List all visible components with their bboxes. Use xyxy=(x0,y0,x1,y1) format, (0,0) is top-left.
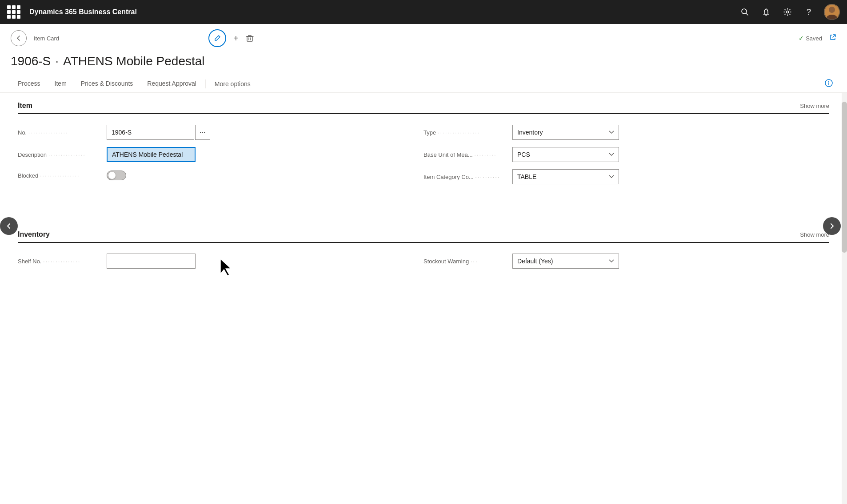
no-input-group: ··· xyxy=(107,125,210,140)
no-field-row: No. ················ ··· xyxy=(18,121,424,143)
no-label: No. ················ xyxy=(18,129,107,136)
blocked-toggle[interactable] xyxy=(107,171,126,180)
blocked-field-row: Blocked ················ xyxy=(18,166,424,185)
search-icon[interactable] xyxy=(739,6,751,18)
inventory-section: Inventory Show more Shelf No. ··········… xyxy=(0,222,847,279)
shelf-no-input[interactable] xyxy=(107,254,196,269)
item-form-left: No. ················ ··· Description ···… xyxy=(18,121,424,188)
inventory-show-more[interactable]: Show more xyxy=(800,231,829,238)
description-label: Description ··············· xyxy=(18,151,107,158)
item-form-right: Type ················· Inventory Non-Inv… xyxy=(424,121,829,188)
page-header: Item Card + ✓ Saved xyxy=(0,24,847,93)
shelf-no-label: Shelf No. ··············· xyxy=(18,258,107,265)
delete-button[interactable] xyxy=(246,34,254,42)
checkmark-icon: ✓ xyxy=(799,35,804,42)
breadcrumb-row: Item Card + ✓ Saved xyxy=(11,29,836,47)
main-container: Item Card + ✓ Saved xyxy=(0,24,847,504)
tab-item[interactable]: Item xyxy=(48,75,74,92)
stockout-warning-field-row: Stockout Warning ··· Default (Yes) Yes N… xyxy=(424,250,829,272)
tab-prices-discounts[interactable]: Prices & Discounts xyxy=(74,75,140,92)
inventory-form-grid: Shelf No. ··············· Stockout Warni… xyxy=(18,243,829,279)
tab-process[interactable]: Process xyxy=(11,75,48,92)
inventory-section-header: Inventory Show more xyxy=(18,222,829,243)
svg-point-11 xyxy=(828,81,829,82)
stockout-warning-select[interactable]: Default (Yes) Yes No xyxy=(512,254,619,269)
base-uom-select[interactable]: PCS xyxy=(512,147,619,162)
svg-point-2 xyxy=(787,11,789,13)
saved-indicator: ✓ Saved xyxy=(799,35,822,42)
edit-button[interactable] xyxy=(208,29,226,47)
svg-point-4 xyxy=(827,15,837,20)
base-uom-label: Base Unit of Mea... ········· xyxy=(424,151,512,158)
content-area: Item Show more No. ················ ··· xyxy=(0,93,847,504)
nav-tabs: Process Item Prices & Discounts Request … xyxy=(11,75,836,92)
item-category-select[interactable]: TABLE xyxy=(512,169,619,184)
no-input[interactable] xyxy=(107,125,194,140)
info-icon[interactable] xyxy=(821,79,836,89)
nav-prev-button[interactable] xyxy=(0,217,18,235)
topnav-icons: ? xyxy=(739,4,840,20)
tab-more-options[interactable]: More options xyxy=(208,76,258,92)
description-input[interactable] xyxy=(107,147,196,162)
description-field-row: Description ··············· xyxy=(18,143,424,166)
type-select[interactable]: Inventory Non-Inventory Service xyxy=(512,125,619,140)
nav-next-button[interactable] xyxy=(823,217,841,235)
add-button[interactable]: + xyxy=(233,33,239,44)
inventory-section-title: Inventory xyxy=(18,230,50,238)
svg-point-3 xyxy=(829,7,835,13)
app-title: Dynamics 365 Business Central xyxy=(29,8,733,16)
item-form-grid: No. ················ ··· Description ···… xyxy=(18,114,829,195)
base-uom-field-row: Base Unit of Mea... ········· PCS xyxy=(424,143,829,166)
inventory-form-right: Stockout Warning ··· Default (Yes) Yes N… xyxy=(424,250,829,272)
item-section-title: Item xyxy=(18,102,32,110)
back-button[interactable] xyxy=(11,30,27,46)
svg-rect-6 xyxy=(247,36,252,41)
user-avatar[interactable] xyxy=(824,4,840,20)
tab-divider xyxy=(205,79,206,88)
shelf-no-field-row: Shelf No. ··············· xyxy=(18,250,424,272)
type-field-row: Type ················· Inventory Non-Inv… xyxy=(424,121,829,143)
blocked-label: Blocked ················ xyxy=(18,172,107,179)
item-name: ATHENS Mobile Pedestal xyxy=(63,54,205,68)
breadcrumb: Item Card xyxy=(34,35,59,42)
svg-line-1 xyxy=(746,13,748,16)
item-section: Item Show more No. ················ ··· xyxy=(0,93,847,195)
bell-icon[interactable] xyxy=(760,6,772,18)
gear-icon[interactable] xyxy=(781,6,794,18)
app-grid-icon[interactable] xyxy=(7,5,20,19)
item-show-more[interactable]: Show more xyxy=(800,103,829,109)
inventory-form-left: Shelf No. ··············· xyxy=(18,250,424,272)
stockout-warning-label: Stockout Warning ··· xyxy=(424,258,512,265)
external-link-button[interactable] xyxy=(829,34,836,43)
saved-label: Saved xyxy=(806,35,822,42)
page-title: 1906-S · ATHENS Mobile Pedestal xyxy=(11,51,836,74)
item-category-label: Item Category Co... ·········· xyxy=(424,174,512,180)
top-navbar: Dynamics 365 Business Central ? xyxy=(0,0,847,24)
type-label: Type ················· xyxy=(424,129,512,136)
help-icon[interactable]: ? xyxy=(803,6,815,18)
item-category-field-row: Item Category Co... ·········· TABLE xyxy=(424,166,829,188)
item-number: 1906-S xyxy=(11,54,51,68)
title-separator: · xyxy=(55,54,59,68)
tab-request-approval[interactable]: Request Approval xyxy=(140,75,204,92)
item-section-header: Item Show more xyxy=(18,93,829,114)
no-ellipsis-button[interactable]: ··· xyxy=(195,125,210,140)
